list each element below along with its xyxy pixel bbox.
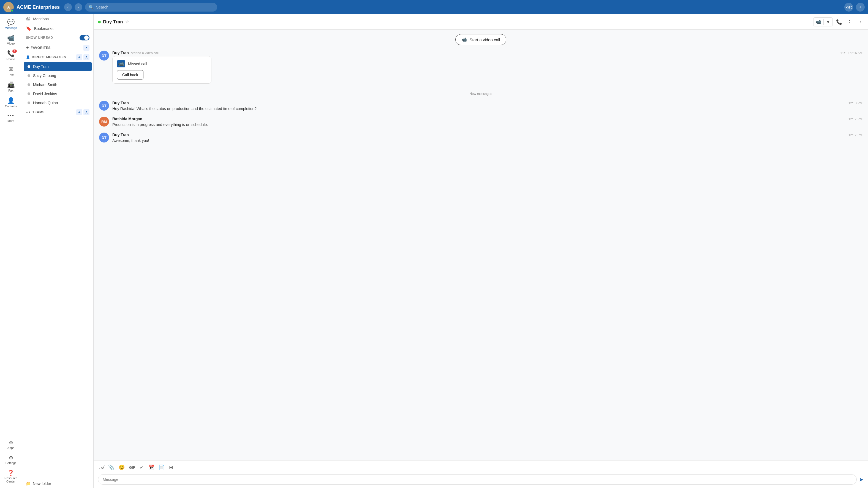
sidebar-item-settings[interactable]: ⚙ Settings bbox=[0, 452, 22, 467]
favorite-star-icon[interactable]: ☆ bbox=[125, 19, 129, 25]
search-bar: 🔍 bbox=[85, 3, 217, 11]
attach-button[interactable]: 📎 bbox=[106, 463, 116, 472]
favorites-header-left: ★ FAVORITES bbox=[26, 46, 51, 50]
sidebar-item-text[interactable]: ✉ Text bbox=[0, 64, 22, 79]
msg-header-missed: Duy Tran started a video call 11/10, 9:1… bbox=[112, 51, 863, 55]
video-call-button[interactable]: 📹 bbox=[813, 18, 824, 26]
sidebar-item-more[interactable]: ••• More bbox=[0, 110, 22, 125]
phone-badge: 2 bbox=[12, 50, 17, 53]
sidebar-item-resource-label: Resource Center bbox=[1, 477, 21, 483]
bookmarks-label: Bookmarks bbox=[34, 26, 53, 31]
show-unread-row: SHOW UNREAD bbox=[22, 33, 93, 43]
chat-header: Duy Tran ☆ 📹 ▼ 📞 ⋮ → bbox=[94, 14, 868, 30]
msg-action-missed: started a video call bbox=[131, 51, 159, 55]
dm-item-duy-tran[interactable]: Duy Tran bbox=[24, 62, 92, 71]
dm-add-button[interactable]: + bbox=[76, 54, 82, 60]
sidebar-item-resource-center[interactable]: ❓ Resource Center bbox=[0, 467, 22, 486]
mentions-item[interactable]: @ Mentions bbox=[22, 14, 93, 24]
sidebar-bottom: ⚙ Apps ⚙ Settings ❓ Resource Center bbox=[0, 437, 22, 486]
add-button[interactable]: + bbox=[856, 3, 865, 11]
chat-toolbar: 𝒜 📎 😊 GIF ✓ 📅 📄 ⊞ bbox=[94, 460, 868, 473]
video-dropdown-button[interactable]: ▼ bbox=[824, 18, 833, 26]
new-folder-item[interactable]: 📁 New folder bbox=[22, 479, 93, 488]
sidebar-item-contacts[interactable]: 👤 Contacts bbox=[0, 95, 22, 110]
avatar-duy-2: DT bbox=[99, 133, 109, 142]
dm-item-david-jenkins[interactable]: David Jenkins bbox=[24, 89, 92, 98]
teams-header-left: ∘∘ TEAMS bbox=[26, 110, 44, 114]
avatar-initials: A bbox=[7, 5, 10, 9]
contacts-icon: 👤 bbox=[7, 98, 14, 104]
msg-header-rashida: Rashida Morgan 12:17 PM bbox=[112, 117, 863, 121]
chat-messages: 📹 Start a video call DT Duy Tran started… bbox=[94, 30, 868, 460]
folder-icon: 📁 bbox=[26, 481, 31, 486]
teams-add-button[interactable]: + bbox=[76, 109, 82, 115]
gif-button[interactable]: GIF bbox=[127, 464, 137, 471]
favorites-star-icon: ★ bbox=[26, 46, 29, 50]
nav-forward-button[interactable]: › bbox=[74, 3, 82, 11]
sidebar-item-settings-label: Settings bbox=[5, 461, 17, 465]
teams-actions: + ∧ bbox=[76, 109, 90, 115]
call-back-button[interactable]: Call back bbox=[117, 70, 144, 79]
msg-content-rashida: Rashida Morgan 12:17 PM Production is in… bbox=[112, 117, 863, 128]
dm-collapse-button[interactable]: ∧ bbox=[84, 54, 90, 60]
sidebar-item-message[interactable]: 💬 Message bbox=[0, 17, 22, 32]
dm-list: Duy Tran Suzy Choung Michael Smith David… bbox=[22, 62, 93, 107]
dm-item-suzy-choung[interactable]: Suzy Choung bbox=[24, 71, 92, 80]
sidebar-item-phone[interactable]: 📞 Phone 2 bbox=[0, 48, 22, 64]
missed-call-label: Missed call bbox=[128, 62, 147, 66]
dm-status-dot-michael-smith bbox=[28, 83, 30, 86]
apps-icon: ⚙ bbox=[8, 440, 13, 445]
avatar-duy-1: DT bbox=[99, 101, 109, 110]
nav-back-button[interactable]: ‹ bbox=[64, 3, 72, 11]
icon-sidebar: 💬 Message 📹 Video 📞 Phone 2 ✉ Text 📠 Fax… bbox=[0, 14, 22, 488]
emoji-button[interactable]: 😊 bbox=[117, 463, 126, 472]
show-unread-toggle[interactable] bbox=[80, 35, 90, 40]
dm-name-michael-smith: Michael Smith bbox=[33, 83, 57, 87]
send-button[interactable]: ➤ bbox=[859, 476, 864, 483]
msg-sender-rashida: Rashida Morgan bbox=[112, 117, 142, 121]
dm-status-dot-suzy-choung bbox=[28, 74, 30, 77]
sidebar-item-fax[interactable]: 📠 Fax bbox=[0, 79, 22, 95]
format-button[interactable]: 𝒜 bbox=[98, 463, 105, 472]
video-invite-icon: 📹 bbox=[462, 37, 467, 42]
missed-call-video-icon: 📹 bbox=[117, 60, 125, 67]
channel-sidebar: @ Mentions 🔖 Bookmarks SHOW UNREAD ★ FAV… bbox=[22, 14, 94, 488]
more-toolbar-button[interactable]: ⊞ bbox=[167, 463, 175, 472]
sidebar-footer: 📁 New folder bbox=[22, 479, 93, 488]
dm-header-left: 👤 DIRECT MESSAGES bbox=[26, 55, 66, 59]
sidebar-item-apps[interactable]: ⚙ Apps bbox=[0, 437, 22, 452]
sidebar-item-apps-label: Apps bbox=[7, 446, 14, 450]
phone-call-button[interactable]: 📞 bbox=[834, 17, 844, 27]
msg-text-rashida: Production is in progress and everything… bbox=[112, 122, 863, 128]
bookmarks-item[interactable]: 🔖 Bookmarks bbox=[22, 24, 93, 33]
direct-messages-header: 👤 DIRECT MESSAGES + ∧ bbox=[22, 53, 93, 62]
msg-time-rashida: 12:17 PM bbox=[848, 117, 863, 121]
message-input[interactable] bbox=[98, 474, 857, 485]
sidebar-item-contacts-label: Contacts bbox=[5, 104, 17, 108]
start-video-call-button[interactable]: 📹 Start a video call bbox=[455, 34, 506, 45]
search-icon: 🔍 bbox=[88, 5, 94, 10]
msg-header-duy-2: Duy Tran 12:17 PM bbox=[112, 133, 863, 137]
msg-text-duy-1: Hey Rashida! What's the status on produc… bbox=[112, 106, 863, 112]
more-options-button[interactable]: ⋮ bbox=[845, 17, 854, 27]
apps-grid-button[interactable]: ⋘ bbox=[844, 3, 853, 11]
dm-item-michael-smith[interactable]: Michael Smith bbox=[24, 80, 92, 89]
teams-label: TEAMS bbox=[32, 110, 44, 114]
missed-call-top: 📹 Missed call bbox=[117, 60, 207, 67]
calendar-button[interactable]: 📅 bbox=[147, 463, 156, 472]
dm-item-hannah-quinn[interactable]: Hannah Quinn bbox=[24, 98, 92, 107]
task-button[interactable]: ✓ bbox=[138, 463, 145, 472]
dm-status-dot-duy-tran bbox=[28, 65, 30, 68]
collapse-panel-button[interactable]: → bbox=[855, 17, 864, 26]
show-unread-label: SHOW UNREAD bbox=[26, 36, 53, 40]
dm-actions: + ∧ bbox=[76, 54, 90, 60]
avatar-online-dot bbox=[11, 9, 13, 12]
teams-collapse-button[interactable]: ∧ bbox=[84, 109, 90, 115]
favorites-collapse-button[interactable]: ∧ bbox=[84, 45, 90, 51]
contact-status-dot bbox=[98, 21, 101, 23]
avatar[interactable]: A bbox=[3, 2, 14, 12]
search-input[interactable] bbox=[96, 5, 214, 9]
sidebar-item-video[interactable]: 📹 Video bbox=[0, 32, 22, 48]
message-group-rashida: RM Rashida Morgan 12:17 PM Production is… bbox=[99, 117, 863, 128]
note-button[interactable]: 📄 bbox=[157, 463, 166, 472]
